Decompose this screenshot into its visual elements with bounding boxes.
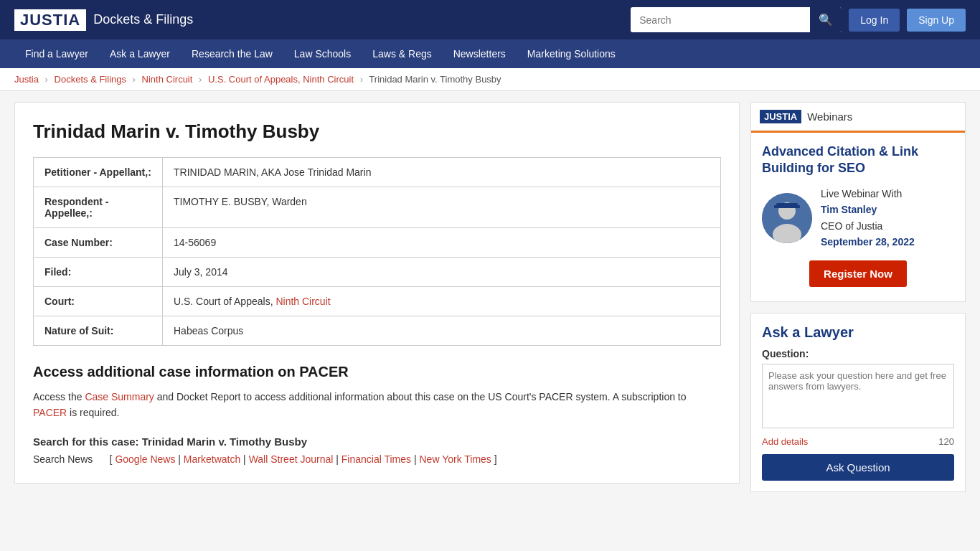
breadcrumb-current: Trinidad Marin v. Timothy Busby xyxy=(369,74,501,85)
google-news-link[interactable]: Google News xyxy=(115,453,175,465)
pacer-section: Access additional case information on PA… xyxy=(33,364,721,421)
webinar-box: JUSTIA Webinars Advanced Citation & Link… xyxy=(750,102,966,302)
case-summary-link[interactable]: Case Summary xyxy=(85,391,154,402)
main-content: Trinidad Marin v. Timothy Busby Petition… xyxy=(14,102,740,484)
breadcrumb-justia[interactable]: Justia xyxy=(14,74,39,85)
table-row: Case Number: 14-56069 xyxy=(34,228,721,258)
sep1: | xyxy=(175,453,183,465)
filed-value: July 3, 2014 xyxy=(163,258,721,287)
case-title: Trinidad Marin v. Timothy Busby xyxy=(33,121,721,143)
search-case-section: Search for this case: Trinidad Marin v. … xyxy=(33,435,721,465)
breadcrumb-court[interactable]: U.S. Court of Appeals, Ninth Circuit xyxy=(208,74,354,85)
court-link[interactable]: Ninth Circuit xyxy=(275,296,330,307)
nav-newsletters[interactable]: Newsletters xyxy=(443,39,517,68)
table-row: Filed: July 3, 2014 xyxy=(34,258,721,287)
webinar-header: JUSTIA Webinars xyxy=(751,103,965,133)
respondent-label: Respondent - Appellee,: xyxy=(34,187,163,228)
avatar xyxy=(762,193,812,243)
table-row: Nature of Suit: Habeas Corpus xyxy=(34,316,721,346)
table-row: Court: U.S. Court of Appeals, Ninth Circ… xyxy=(34,287,721,316)
court-value-prefix: U.S. Court of Appeals, xyxy=(174,296,275,307)
webinar-speaker-name: Tim Stanley xyxy=(821,202,915,217)
header-right: 🔍 Log In Sign Up xyxy=(631,7,966,32)
justia-logo[interactable]: JUSTIA xyxy=(14,9,86,31)
search-case-heading: Search for this case: Trinidad Marin v. … xyxy=(33,435,721,448)
pacer-text: Access the Case Summary and Docket Repor… xyxy=(33,389,721,421)
ask-footer: Add details 120 xyxy=(762,436,954,447)
nature-label: Nature of Suit: xyxy=(34,316,163,346)
pacer-text-mid: and Docket Report to access additional i… xyxy=(154,391,687,402)
bracket-close: ] xyxy=(491,453,497,465)
breadcrumb-ninth-circuit[interactable]: Ninth Circuit xyxy=(142,74,193,85)
logo-subtitle: Dockets & Filings xyxy=(93,12,193,27)
table-row: Respondent - Appellee,: TIMOTHY E. BUSBY… xyxy=(34,187,721,228)
case-details-table: Petitioner - Appellant,: TRINIDAD MARIN,… xyxy=(33,157,721,346)
question-label: Question: xyxy=(762,348,954,359)
ask-lawyer-title: Ask a Lawyer xyxy=(762,324,954,341)
ft-link[interactable]: Financial Times xyxy=(341,453,411,465)
nav-law-schools[interactable]: Law Schools xyxy=(283,39,362,68)
table-row: Petitioner - Appellant,: TRINIDAD MARIN,… xyxy=(34,158,721,187)
nature-value: Habeas Corpus xyxy=(163,316,721,346)
case-number-value: 14-56069 xyxy=(163,228,721,258)
case-number-label: Case Number: xyxy=(34,228,163,258)
pacer-text-after: is required. xyxy=(67,407,119,418)
sep4: | xyxy=(411,453,419,465)
ask-lawyer-box: Ask a Lawyer Question: Add details 120 A… xyxy=(750,313,966,492)
sidebar: JUSTIA Webinars Advanced Citation & Link… xyxy=(750,102,966,492)
petitioner-value: TRINIDAD MARIN, AKA Jose Trinidad Marin xyxy=(163,158,721,187)
news-links: Search News [ Google News | Marketwatch … xyxy=(33,453,721,465)
marketwatch-link[interactable]: Marketwatch xyxy=(184,453,240,465)
nav-find-lawyer[interactable]: Find a Lawyer xyxy=(14,39,99,68)
svg-rect-4 xyxy=(774,205,800,208)
webinar-speaker-title: CEO of Justia xyxy=(821,218,915,234)
nav-research-law[interactable]: Research the Law xyxy=(181,39,283,68)
nav-marketing[interactable]: Marketing Solutions xyxy=(517,39,626,68)
ask-question-button[interactable]: Ask Question xyxy=(762,454,954,481)
webinar-content: Advanced Citation & Link Building for SE… xyxy=(751,133,965,301)
webinar-info: Live Webinar With Tim Stanley CEO of Jus… xyxy=(762,186,954,250)
court-value: U.S. Court of Appeals, Ninth Circuit xyxy=(163,287,721,316)
court-label: Court: xyxy=(34,287,163,316)
signup-button[interactable]: Sign Up xyxy=(907,9,966,32)
pacer-text-before: Access the xyxy=(33,391,85,402)
question-textarea[interactable] xyxy=(762,364,954,428)
breadcrumb-dockets[interactable]: Dockets & Filings xyxy=(55,74,126,85)
webinar-live-text: Live Webinar With xyxy=(821,186,915,202)
search-button[interactable]: 🔍 xyxy=(810,7,842,32)
nav-ask-lawyer[interactable]: Ask a Lawyer xyxy=(99,39,181,68)
add-details-link[interactable]: Add details xyxy=(762,436,808,447)
webinar-date: September 28, 2022 xyxy=(821,234,915,250)
wsj-link[interactable]: Wall Street Journal xyxy=(249,453,334,465)
pacer-link[interactable]: PACER xyxy=(33,407,67,418)
webinar-details: Live Webinar With Tim Stanley CEO of Jus… xyxy=(821,186,915,250)
search-box: 🔍 xyxy=(631,7,842,32)
pacer-title: Access additional case information on PA… xyxy=(33,364,721,380)
petitioner-label: Petitioner - Appellant,: xyxy=(34,158,163,187)
news-label: Search News xyxy=(33,453,93,465)
nyt-link[interactable]: New York Times xyxy=(420,453,491,465)
register-button[interactable]: Register Now xyxy=(809,260,907,287)
sep3: | xyxy=(333,453,341,465)
webinar-label: Webinars xyxy=(807,110,852,123)
search-input[interactable] xyxy=(631,9,810,32)
nav-laws-regs[interactable]: Laws & Regs xyxy=(362,39,442,68)
char-count: 120 xyxy=(938,436,954,447)
login-button[interactable]: Log In xyxy=(849,9,900,32)
main-nav: Find a Lawyer Ask a Lawyer Research the … xyxy=(0,39,980,68)
logo-area: JUSTIA Dockets & Filings xyxy=(14,9,193,31)
breadcrumb: Justia › Dockets & Filings › Ninth Circu… xyxy=(0,68,980,91)
respondent-value: TIMOTHY E. BUSBY, Warden xyxy=(163,187,721,228)
filed-label: Filed: xyxy=(34,258,163,287)
justia-logo-small: JUSTIA xyxy=(760,110,801,123)
sep2: | xyxy=(240,453,248,465)
webinar-title: Advanced Citation & Link Building for SE… xyxy=(762,143,954,177)
